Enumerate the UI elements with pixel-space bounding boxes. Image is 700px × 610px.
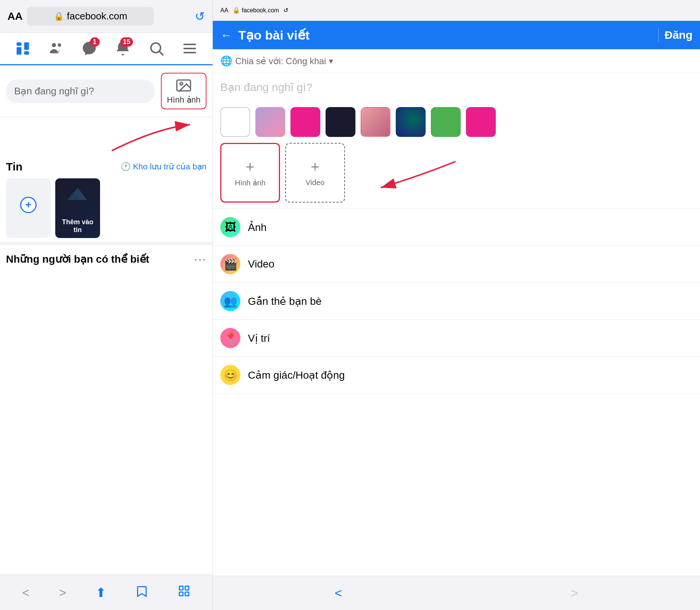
upload-video-label: Video (306, 178, 325, 187)
notifications-badge: 15 (120, 37, 133, 47)
right-address-bar: AA 🔒 facebook.com ↺ (213, 0, 700, 21)
nav-notifications[interactable]: 15 (106, 37, 140, 60)
action-feeling[interactable]: 😊 Cảm giác/Hoạt động (213, 357, 700, 394)
nav-messenger[interactable]: 1 (73, 37, 106, 60)
tag-action-icon: 👥 (220, 291, 240, 311)
share-button-left[interactable]: ⬆ (88, 582, 113, 603)
upload-video-box[interactable]: + Video (285, 143, 345, 203)
post-text-area[interactable]: Bạn đang nghĩ gì? (213, 73, 700, 101)
post-input[interactable]: Bạn đang nghĩ gì? (6, 79, 155, 103)
left-nav-bar: 1 15 (0, 33, 212, 65)
upload-photo-box[interactable]: + Hình ảnh (220, 143, 280, 203)
photo-button[interactable]: Hình ảnh (161, 73, 206, 109)
upload-wrapper: + Hình ảnh + Video (213, 143, 700, 209)
post-placeholder: Bạn đang nghĩ gì? (220, 81, 312, 93)
svg-rect-16 (179, 586, 183, 590)
create-post-header: ← Tạo bài viết Đăng (213, 21, 700, 49)
create-post-title: Tạo bài viết (238, 28, 652, 43)
back-button-left[interactable]: < (15, 582, 37, 603)
bg-colors-row (213, 101, 700, 143)
bg-color-dark[interactable] (326, 107, 355, 137)
more-options-button[interactable]: ··· (194, 252, 206, 266)
friends-header: Những người bạn có thể biết ··· (6, 252, 206, 266)
location-action-label: Vị trí (248, 332, 270, 344)
story-card-label: Thêm vào tin (55, 218, 100, 234)
svg-rect-19 (185, 592, 189, 596)
forward-button-left[interactable]: > (52, 582, 74, 603)
tin-title: Tin (6, 160, 22, 173)
svg-line-7 (159, 51, 163, 55)
left-browser-bottom: < > ⬆ (0, 575, 212, 610)
lock-icon-left: 🔒 (54, 12, 64, 21)
svg-rect-17 (179, 592, 183, 596)
upload-area: + Hình ảnh + Video (213, 143, 700, 209)
mountain-icon (66, 186, 89, 201)
arrow-annotation-left (0, 117, 212, 154)
bg-color-green[interactable] (431, 107, 461, 137)
upload-video-plus: + (311, 159, 319, 175)
svg-rect-18 (185, 586, 189, 590)
video-action-label: Video (248, 258, 274, 270)
nav-friends[interactable] (40, 37, 73, 60)
bg-color-white[interactable] (220, 107, 250, 137)
photo-label: Hình ảnh (167, 95, 200, 105)
action-tag[interactable]: 👥 Gắn thẻ bạn bè (213, 283, 700, 320)
tin-items: + Thêm vào tin (6, 178, 206, 238)
action-location[interactable]: 📍 Vị trí (213, 320, 700, 357)
svg-point-12 (180, 82, 183, 85)
tabs-button-left[interactable] (170, 582, 198, 603)
globe-icon: 🌐 (220, 55, 232, 67)
right-panel: AA 🔒 facebook.com ↺ ← Tạo bài viết Đăng … (213, 0, 700, 610)
caret-icon: ▾ (329, 56, 333, 66)
header-divider (658, 28, 659, 43)
feeling-action-icon: 😊 (220, 365, 240, 385)
right-browser-bottom: < > (213, 576, 700, 610)
svg-point-5 (58, 43, 61, 47)
url-bar-left[interactable]: 🔒 facebook.com (27, 7, 154, 26)
messenger-badge: 1 (90, 37, 100, 47)
nav-home[interactable] (6, 37, 40, 60)
svg-point-6 (151, 43, 161, 53)
location-action-icon: 📍 (220, 328, 240, 348)
svg-rect-3 (24, 51, 29, 54)
back-button-right-bottom[interactable]: < (323, 583, 353, 603)
bg-color-teal-dark[interactable] (396, 107, 426, 137)
post-input-area: Bạn đang nghĩ gì? Hình ảnh (0, 65, 212, 117)
url-bar-right[interactable]: 🔒 facebook.com (233, 7, 279, 14)
aa-label-right: AA (220, 7, 228, 14)
svg-rect-1 (16, 47, 21, 54)
add-story-button[interactable]: + (6, 178, 51, 238)
upload-photo-label: Hình ảnh (235, 178, 265, 187)
bookmarks-button-left[interactable] (128, 582, 156, 603)
add-story-icon: + (20, 197, 37, 213)
bg-color-spots[interactable] (361, 107, 391, 137)
share-text: Chia sẻ với: Công khai (235, 56, 326, 66)
photo-action-label: Ảnh (248, 221, 267, 234)
bg-color-purple-pink[interactable] (255, 107, 285, 137)
svg-rect-2 (24, 43, 29, 50)
upload-photo-plus: + (246, 159, 254, 175)
tag-action-label: Gắn thẻ bạn bè (248, 295, 321, 307)
story-card[interactable]: Thêm vào tin (55, 178, 100, 238)
nav-menu[interactable] (173, 37, 207, 60)
svg-rect-0 (16, 43, 21, 46)
bg-color-magenta[interactable] (466, 107, 496, 137)
action-photo[interactable]: 🖼 Ảnh (213, 209, 700, 246)
svg-point-4 (52, 43, 56, 47)
back-button-right[interactable]: ← (220, 28, 232, 42)
feeling-action-label: Cảm giác/Hoạt động (248, 369, 345, 381)
tin-header: Tin 🕐 Kho lưu trữ của bạn (6, 160, 206, 173)
refresh-icon-left[interactable]: ↺ (195, 9, 205, 24)
share-setting[interactable]: 🌐 Chia sẻ với: Công khai ▾ (213, 49, 700, 73)
kho-luu-tru[interactable]: 🕐 Kho lưu trữ của bạn (121, 162, 206, 172)
video-action-icon: 🎬 (220, 254, 240, 274)
lock-icon-right: 🔒 (233, 7, 240, 13)
action-video[interactable]: 🎬 Video (213, 246, 700, 283)
bg-color-pink[interactable] (290, 107, 320, 137)
refresh-icon-right[interactable]: ↺ (283, 7, 288, 14)
tin-section: Tin 🕐 Kho lưu trữ của bạn + Thêm vào tin (0, 154, 212, 245)
post-submit-button[interactable]: Đăng (665, 29, 693, 41)
nav-search[interactable] (140, 37, 173, 60)
forward-button-right-bottom[interactable]: > (560, 583, 589, 603)
url-text-left: facebook.com (67, 10, 127, 22)
